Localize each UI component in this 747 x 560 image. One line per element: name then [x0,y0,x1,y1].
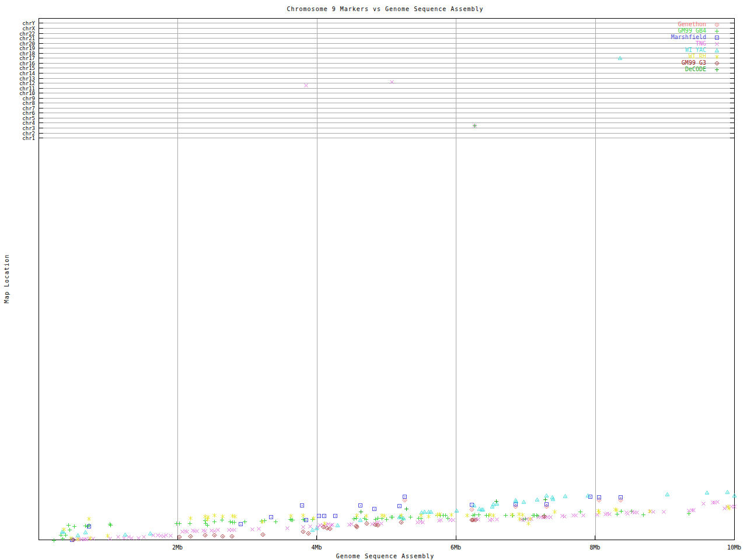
scatter-point-gm99-g3 [220,534,225,539]
scatter-point-gm99-gb4 [72,524,77,529]
scatter-point-wi-rh [188,516,193,521]
scatter-point-tng [562,514,567,519]
scatter-point-wi-rh [399,513,404,518]
scatter-point-tng [256,526,261,531]
scatter-point-tng [141,534,146,540]
scatter-point-tng [250,527,255,532]
scatter-point-gm99-gb4 [408,514,413,520]
legend-marker-icon [714,61,720,66]
scatter-point-wi-rh [449,512,454,517]
scatter-point-wi-rh [364,513,369,519]
scatter-point-wi-rh [232,514,238,519]
scatter-point-marshfield [618,495,623,500]
scatter-point-decode [404,506,409,512]
scatter-point-tng [420,520,425,525]
scatter-point-gm99-gb4 [60,536,65,541]
legend-item: WI YAC [601,47,706,53]
scatter-point-wi-rh [220,514,225,519]
x-tick-label: 2Mb [163,544,192,551]
scatter-point-marshfield [268,514,274,520]
legend-marker-icon [714,29,720,34]
x-tick [595,536,595,540]
scatter-point-wi-rh [418,513,424,518]
scatter-point-wi-rh [75,537,81,542]
legend-item: DeCODE [601,66,706,72]
scatter-point-gm99-gb4 [641,512,646,517]
scatter-point-gm99-gb4 [187,521,193,526]
scatter-point-gm99-gb4 [205,523,210,528]
scatter-point-wi-yac [335,523,340,528]
scatter-point-marshfield [86,524,92,529]
scatter-point-gm99-gb4 [51,538,57,543]
scatter-point-tng [116,534,121,540]
scatter-point-tng [732,504,737,509]
scatter-point-wi-yac [314,526,319,531]
legend-marker-icon [714,41,720,47]
scatter-point-wi-rh [517,516,522,522]
legend-item: GM99 GB4 [601,28,706,34]
legend-item: GM99 G3 [601,60,706,66]
scatter-point-wi-yac [521,499,526,505]
chromosome-row-label: chr1 [0,136,35,141]
scatter-point-wi-yac [472,503,477,508]
x-tick [734,536,735,540]
scatter-point-wi-yac [148,531,153,536]
scatter-point-wi-yac [563,494,568,499]
scatter-point-wi-rh [260,519,265,524]
chart-title: Chromosome 9 Markers vs Genome Sequence … [35,6,735,12]
scatter-point-wi-rh [509,512,515,517]
scatter-point-gm99-gb4 [232,520,237,525]
scatter-point-wi-rh [426,514,431,519]
scatter-point-tng [285,526,290,531]
scatter-point-wi-yac [665,492,670,497]
scatter-point-gm99-g3 [399,520,404,525]
x-tick [316,536,317,540]
scatter-point-gm99-g3 [306,531,311,536]
legend-item: Marshfield [601,34,706,40]
scatter-point-wi-yac [358,517,363,523]
scatter-point-gm99-g3 [177,534,182,540]
scatter-point-wi-yac [454,508,459,513]
scatter-point-marshfield [316,513,322,519]
x-axis-title: Genome Sequence Assembly [35,553,735,559]
scatter-point-tng [581,513,586,518]
scatter-point-wi-rh [614,508,619,513]
legend-marker-icon [714,22,720,27]
legend-marker-icon [714,54,720,60]
scatter-point-wi-rh [526,521,531,526]
x-tick-label: 10Mb [720,544,747,551]
scatter-point-wi-yac [480,507,486,512]
scatter-point-wi-yac [123,532,128,537]
scatter-point-marshfield [238,522,243,527]
scatter-point-tng [194,528,200,534]
scatter-point-wi-yac [535,497,540,502]
scatter-point-wi-rh [647,509,652,514]
scatter-point-gm99-g3 [229,534,235,539]
scatter-point-wi-rh [727,506,732,511]
scatter-point-tng [715,499,720,505]
scatter-point-wi-yac [704,490,710,495]
scatter-point-gm99-g3 [542,514,547,519]
scatter-point-wi-rh [212,513,217,518]
scatter-point-gm99-g3 [473,517,478,523]
scatter-point-gm99-gb4 [177,521,182,526]
scatter-point-wi-yac [585,493,591,498]
legend-item: TNG [601,41,706,47]
x-tick-label: 8Mb [581,544,610,551]
scatter-point-tng [438,517,444,523]
x-tick-label: 6Mb [441,544,470,551]
scatter-point-gm99-g3 [260,532,266,537]
scatter-point-gm99-g3 [327,526,333,531]
scatter-point-tng [691,508,696,513]
scatter-point-marshfield [303,517,309,523]
scatter-point-tng [215,527,221,533]
scatter-point-wi-rh [88,536,93,541]
scatter-point-tng [661,509,666,514]
scatter-point-marshfield [372,506,377,512]
scatter-point-tng [472,123,477,128]
scatter-point-marshfield [402,494,407,499]
scatter-point-gm99-g3 [375,523,381,528]
chart-canvas: Chromosome 9 Markers vs Genome Sequence … [0,0,747,560]
scatter-point-wi-yac [725,489,730,495]
plot-border [39,18,735,540]
